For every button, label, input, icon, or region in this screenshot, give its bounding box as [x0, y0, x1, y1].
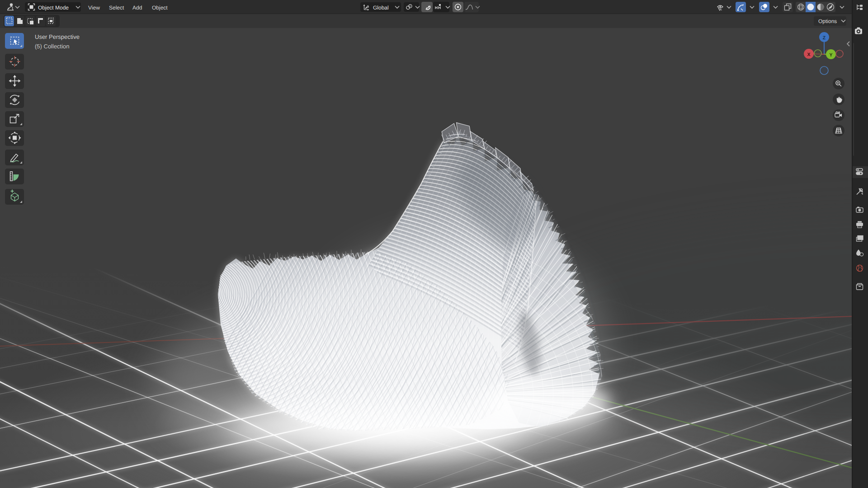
- svg-text:X: X: [807, 52, 810, 57]
- svg-text:Options: Options: [818, 18, 837, 24]
- svg-text:Y: Y: [829, 52, 832, 58]
- svg-text:Object Mode: Object Mode: [38, 5, 69, 11]
- svg-text:Global: Global: [373, 5, 389, 11]
- svg-text:Select: Select: [109, 5, 124, 11]
- svg-text:Z: Z: [823, 35, 826, 41]
- svg-text:Add: Add: [132, 5, 142, 11]
- svg-text:Object: Object: [152, 5, 168, 11]
- svg-text:User Perspective: User Perspective: [35, 33, 80, 40]
- svg-text:View: View: [88, 5, 100, 11]
- svg-text:(5) Collection: (5) Collection: [35, 43, 70, 50]
